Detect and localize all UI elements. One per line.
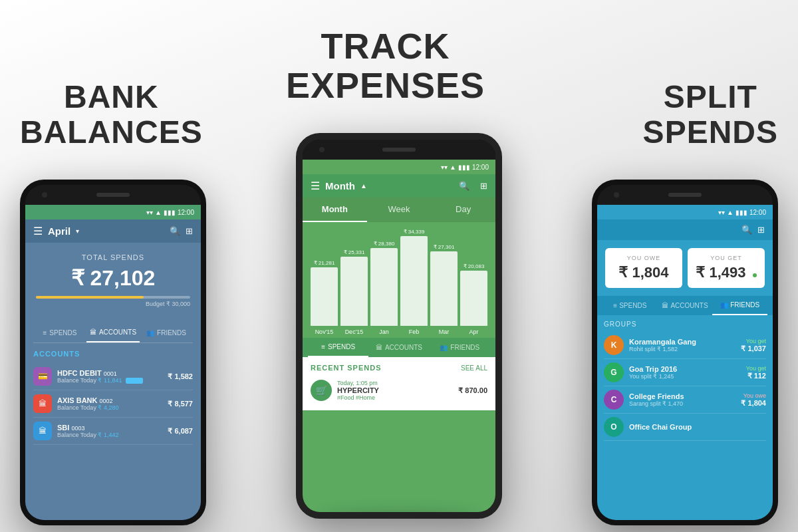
account-balance-sbi: Balance Today ₹ 1,442 (57, 432, 162, 438)
menu-icon-center[interactable]: ☰ (311, 180, 320, 192)
group-sub-college: Sarang split ₹ 1,470 (629, 400, 735, 407)
search-icon-right[interactable]: 🔍 (741, 225, 752, 235)
split-cards: YOU OWE ₹ 1,804 YOU GET ₹ 1,493 (597, 240, 773, 296)
groups-section: GROUPS K Koramangala Gang Rohit split ₹ … (597, 315, 773, 446)
grid-icon-right[interactable]: ⊞ (757, 225, 765, 235)
tab-accounts-right[interactable]: 🏛 ACCOUNTS (658, 296, 713, 315)
headline-center: TRACKEXPENSES (286, 27, 485, 106)
status-bar-center: ▾▾ ▲ ▮▮▮ 12:00 (303, 160, 495, 174)
accounts-icon-right: 🏛 (662, 302, 668, 309)
tab-accounts-left[interactable]: 🏛 ACCOUNTS (86, 323, 140, 342)
tab-accounts-center[interactable]: 🏛 ACCOUNTS (368, 338, 429, 357)
left-tabs: ≡ SPENDS 🏛 ACCOUNTS 👥 FRIENDS (33, 323, 193, 343)
group-info-goa: Goa Trip 2016 You split ₹ 1,245 (629, 365, 741, 380)
phone-center: ▾▾ ▲ ▮▮▮ 12:00 ☰ Month ▲ 🔍 ⊞ Month Week … (296, 133, 502, 519)
spends-icon-center: ≡ (321, 343, 325, 350)
period-tab-day[interactable]: Day (431, 198, 495, 222)
account-amount-axis: ₹ 8,577 (168, 400, 193, 408)
bar-jan: ₹ 28,380 Jan (370, 229, 398, 335)
battery-icon-center: ▮▮▮ (458, 164, 470, 171)
bar-nov: ₹ 21,281 Nov'15 (311, 229, 338, 335)
headline-right: SPLITSPENDS (643, 80, 778, 150)
avatar-office: O (604, 417, 624, 437)
time-center: 12:00 (472, 164, 489, 171)
center-screen: ▾▾ ▲ ▮▮▮ 12:00 ☰ Month ▲ 🔍 ⊞ Month Week … (303, 160, 495, 512)
wifi-icon-left: ▲ (155, 209, 162, 216)
tab-spends-center[interactable]: ≡ SPENDS (308, 338, 368, 357)
bar-chart: ₹ 21,281 Nov'15 ₹ 25,331 Dec'15 ₹ 28,380… (308, 229, 490, 335)
friends-icon-left: 👥 (146, 329, 154, 336)
grid-icon-left[interactable]: ⊞ (186, 226, 193, 236)
tab-friends-right[interactable]: 👥 FRIENDS (712, 296, 767, 315)
account-icon-hdfc: 💳 (33, 367, 52, 386)
search-icon-center[interactable]: 🔍 (459, 181, 469, 191)
account-info-hdfc: HDFC DEBIT 0001 Balance Today ₹ 11,841 0… (57, 369, 162, 384)
account-amount-sbi: ₹ 6,087 (168, 427, 193, 436)
tab-spends-right[interactable]: ≡ SPENDS (602, 296, 658, 315)
spend-icon-hypercity: 🛒 (311, 380, 332, 401)
tab-spends-left[interactable]: ≡ SPENDS (33, 323, 86, 342)
you-get-amount: ₹ 1,493 (694, 264, 758, 281)
header-icons-left: 🔍 ⊞ (170, 226, 193, 236)
menu-icon-left[interactable]: ☰ (33, 225, 43, 237)
tab-friends-left[interactable]: 👥 FRIENDS (140, 323, 193, 342)
group-sub-goa: You split ₹ 1,245 (629, 373, 741, 380)
account-info-sbi: SBI 0003 Balance Today ₹ 1,442 (57, 424, 162, 438)
bar-apr: ₹ 20,083 Apr (460, 229, 487, 335)
spend-item-hypercity[interactable]: 🛒 Today, 1:05 pm HYPERCITY #Food #Home ₹… (311, 377, 487, 404)
spend-name: HYPERCITY (337, 386, 453, 394)
status-bar-right: ▾▾ ▲ ▮▮▮ 12:00 (597, 205, 773, 219)
chart-area: ₹ 21,281 Nov'15 ₹ 25,331 Dec'15 ₹ 28,380… (303, 222, 495, 338)
account-sbi[interactable]: 🏛 SBI 0003 Balance Today ₹ 1,442 ₹ 6,087 (33, 418, 193, 445)
accounts-section: ACCOUNTS 💳 HDFC DEBIT 0001 Balance Today… (25, 343, 201, 452)
accounts-icon: 🏛 (90, 329, 96, 336)
see-all-button[interactable]: SEE ALL (461, 364, 487, 372)
camera-right (614, 192, 619, 198)
recent-header: RECENT SPENDS SEE ALL (311, 364, 487, 372)
groups-title: GROUPS (604, 321, 766, 328)
spend-time: Today, 1:05 pm (337, 380, 453, 386)
speaker-center (382, 148, 416, 152)
grid-icon-center[interactable]: ⊞ (480, 181, 487, 191)
group-amount-goa: You get ₹ 112 (746, 365, 766, 380)
signal-icon-right: ▾▾ (718, 209, 725, 216)
search-icon-left[interactable]: 🔍 (170, 226, 180, 236)
period-tab-week[interactable]: Week (367, 198, 432, 222)
tab-friends-center[interactable]: 👥 FRIENDS (430, 338, 490, 357)
group-sub-koramangala: Rohit split ₹ 1,582 (629, 346, 735, 352)
account-axis[interactable]: 🏛 AXIS BANK 0002 Balance Today ₹ 4,280 ₹… (33, 390, 193, 418)
up-arrow-center[interactable]: ▲ (360, 182, 367, 190)
group-college[interactable]: C College Friends Sarang split ₹ 1,470 Y… (604, 386, 766, 414)
recent-spends-section: RECENT SPENDS SEE ALL 🛒 Today, 1:05 pm H… (303, 357, 495, 410)
budget-bar-bg (36, 296, 190, 299)
budget-label: Budget ₹ 30,000 (36, 301, 190, 307)
you-owe-label: YOU OWE (612, 255, 676, 261)
camera-left (42, 192, 47, 198)
account-hdfc[interactable]: 💳 HDFC DEBIT 0001 Balance Today ₹ 11,841… (33, 363, 193, 390)
battery-icon-left: ▮▮▮ (164, 209, 176, 216)
phone-top-bar-center (303, 140, 495, 160)
right-tabs: ≡ SPENDS 🏛 ACCOUNTS 👥 FRIENDS (597, 296, 773, 315)
you-get-card: YOU GET ₹ 1,493 (688, 248, 765, 288)
group-office[interactable]: O Office Chai Group (604, 414, 766, 441)
center-title[interactable]: Month (325, 180, 355, 192)
speaker-right (668, 193, 702, 197)
period-tab-month[interactable]: Month (303, 198, 367, 222)
group-koramangala[interactable]: K Koramangala Gang Rohit split ₹ 1,582 Y… (604, 332, 766, 359)
total-amount: ₹ 27,102 (36, 265, 190, 291)
account-amount-hdfc: ₹ 1,582 (168, 372, 193, 381)
month-title-left[interactable]: April (48, 225, 70, 237)
budget-bar-fill (36, 296, 144, 299)
center-bottom-tabs: ≡ SPENDS 🏛 ACCOUNTS 👥 FRIENDS (303, 338, 495, 357)
wifi-icon-center: ▲ (450, 164, 456, 171)
phone-right: ▾▾ ▲ ▮▮▮ 12:00 🔍 ⊞ YOU OWE ₹ 1,804 YOU G… (592, 180, 778, 525)
group-name-office: Office Chai Group (629, 423, 761, 431)
spends-icon: ≡ (43, 329, 47, 336)
group-goa[interactable]: G Goa Trip 2016 You split ₹ 1,245 You ge… (604, 359, 766, 386)
group-info-office: Office Chai Group (629, 423, 761, 431)
phone-top-bar-right (597, 185, 773, 205)
phone-left: ▾▾ ▲ ▮▮▮ 12:00 ☰ April ▾ 🔍 ⊞ TOTAL SPEND… (20, 180, 206, 525)
group-name-college: College Friends (629, 392, 735, 400)
dropdown-icon-left[interactable]: ▾ (76, 227, 79, 235)
total-spends-label: TOTAL SPENDS (36, 253, 190, 261)
